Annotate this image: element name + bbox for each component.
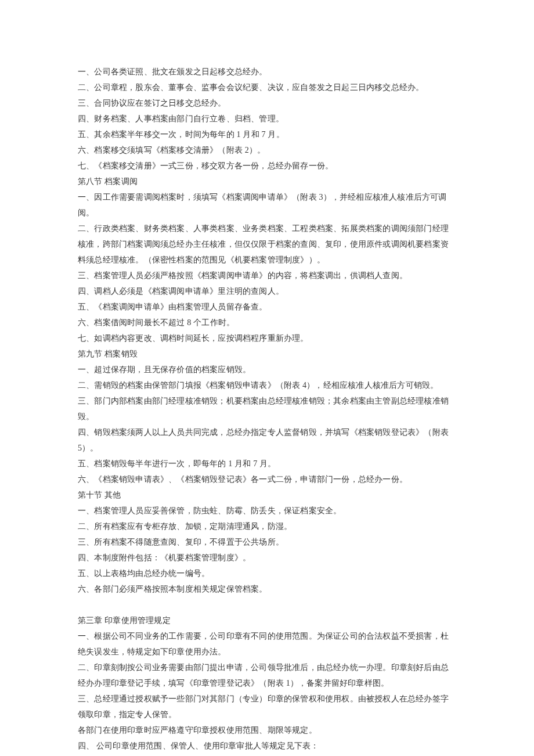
paragraph-line: 各部门在使用印章时应严格遵守印章授权使用范围、期限等规定。 (78, 722, 456, 738)
paragraph-line: 一、超过保存期，且无保存价值的档案应销毁。 (78, 362, 456, 377)
paragraph-line: 六、各部门必须严格按照本制度相关规定保管档案。 (78, 581, 456, 597)
paragraph-line: 一、档案管理人员应妥善保管，防虫蛀、防霉、防丢失，保证档案安全。 (78, 503, 456, 519)
paragraph-line: 一、因工作需要需调阅档案时，须填写《档案调阅申请单》（附表 3），并经相应核准人… (78, 189, 456, 221)
paragraph-line: 第九节 档案销毁 (78, 346, 456, 362)
paragraph-line: 二、公司章程，股东会、董事会、监事会会议纪要、决议，应自签发之日起三日内移交总经… (78, 80, 456, 95)
paragraph-line: 六、档案借阅时间最长不超过 8 个工作时。 (78, 315, 456, 330)
paragraph-line: 三、所有档案不得随意查阅、复印，不得置于公共场所。 (78, 534, 456, 550)
paragraph-line: 四、调档人必须是《档案调阅申请单》里注明的查阅人。 (78, 283, 456, 299)
paragraph-line: 第十节 其他 (78, 487, 456, 503)
paragraph-line: 一、根据公司不同业务的工作需要，公司印章有不同的使用范围。为保证公司的合法权益不… (78, 628, 456, 660)
paragraph-line: 三、部门内部档案由部门经理核准销毁；机要档案由总经理核准销毁；其余档案由主管副总… (78, 393, 456, 424)
paragraph-line: 四、销毁档案须两人以上人员共同完成，总经办指定专人监督销毁，并填写《档案销毁登记… (78, 424, 456, 456)
paragraph-line: 六、《档案销毁申请表》、《档案销毁登记表》各一式二份，申请部门一份，总经办一份。 (78, 471, 456, 487)
paragraph-line: 四、本制度附件包括：《机要档案管理制度》。 (78, 550, 456, 566)
document-page: 一、公司各类证照、批文在颁发之日起移交总经办。二、公司章程，股东会、董事会、监事… (0, 0, 534, 756)
paragraph-line: 一、公司各类证照、批文在颁发之日起移交总经办。 (78, 64, 456, 80)
paragraph-line: 第三章 印章使用管理规定 (78, 613, 456, 628)
paragraph-line: 六、档案移交须填写《档案移交清册》（附表 2）。 (78, 142, 456, 158)
paragraph-line: 七、如调档内容更改、调档时间延长，应按调档程序重新办理。 (78, 330, 456, 346)
paragraph-line: 五、其余档案半年移交一次，时间为每年的 1 月和 7 月。 (78, 127, 456, 142)
paragraph-line: 七、《档案移交清册》一式三份，移交双方各一份，总经办留存一份。 (78, 158, 456, 174)
paragraph-line: 二、行政类档案、财务类档案、人事类档案、业务类档案、工程类档案、拓展类档案的调阅… (78, 221, 456, 268)
paragraph-line: 三、合同协议应在签订之日移交总经办。 (78, 95, 456, 111)
paragraph-line: 序号 印章 (78, 754, 456, 756)
paragraph-line: 五、档案销毁每半年进行一次，即每年的 1 月和 7 月。 (78, 456, 456, 471)
blank-line (78, 597, 456, 613)
paragraph-line: 第八节 档案调阅 (78, 174, 456, 189)
paragraph-line: 五、《档案调阅申请单》由档案管理人员留存备查。 (78, 299, 456, 315)
paragraph-line: 三、总经理通过授权赋予一些部门对其部门（专业）印章的保管权和使用权。由被授权人在… (78, 691, 456, 722)
paragraph-line: 二、所有档案应有专柜存放、加锁，定期清理通风，防湿。 (78, 519, 456, 534)
paragraph-line: 四、 公司印章使用范围、保管人、使用印章审批人等规定见下表： (78, 738, 456, 754)
document-body: 一、公司各类证照、批文在颁发之日起移交总经办。二、公司章程，股东会、董事会、监事… (78, 64, 456, 756)
paragraph-line: 五、以上表格均由总经办统一编号。 (78, 566, 456, 581)
paragraph-line: 二、需销毁的档案由保管部门填报《档案销毁申请表》（附表 4），经相应核准人核准后… (78, 377, 456, 393)
paragraph-line: 二、印章刻制按公司业务需要由部门提出申请，公司领导批准后，由总经办统一办理。印章… (78, 660, 456, 691)
paragraph-line: 四、财务档案、人事档案由部门自行立卷、归档、管理。 (78, 111, 456, 127)
paragraph-line: 三、档案管理人员必须严格按照《档案调阅申请单》的内容，将档案调出，供调档人查阅。 (78, 268, 456, 283)
